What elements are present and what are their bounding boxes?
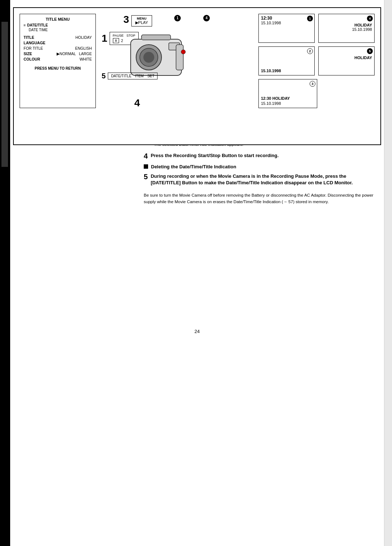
step-5-controls: 5 DATE/TITLE ITEM SET (102, 72, 158, 80)
step-1-label: 1 (102, 33, 107, 44)
left-bar-inner (1, 22, 8, 167)
page-number: 24 (13, 329, 381, 341)
preview-screens-area: 12:30 15.10.1998 1 4 HOLIDAY 15.10.1998 (258, 14, 375, 108)
preview-screen-5: 5 HOLIDAY (318, 46, 375, 75)
right-margin (384, 0, 392, 546)
press-menu-label: PRESS MENU TO RETURN (24, 66, 92, 70)
preview-screen-1: 12:30 15.10.1998 1 (258, 14, 315, 43)
svg-point-7 (181, 50, 185, 54)
menu-row-size: SIZE ▶NORMAL LARGE (24, 52, 92, 56)
title-menu-subtitle: ≡ DATE/TITLE DATE TIME (24, 23, 92, 32)
left-bar (0, 0, 10, 546)
svg-rect-6 (176, 45, 183, 70)
preview-screen-2: 2 15.10.1998 (258, 46, 315, 75)
step-3-label: 3 (123, 14, 129, 25)
footer-note: Be sure to turn the Movie Camera off bef… (144, 192, 377, 205)
title-menu-header: TITLE MENU (24, 17, 92, 21)
title-menu-box: TITLE MENU ≡ DATE/TITLE DATE TIME TITLE … (20, 14, 96, 108)
circle-1-top: 1 (174, 15, 181, 21)
camera-illustration (120, 25, 192, 97)
menu-row-title: TITLE HOLIDAY (24, 35, 92, 40)
preview-screen-4: 4 HOLIDAY 15.10.1998 (318, 14, 375, 43)
menu-row-language: LANGUAGE (24, 41, 92, 45)
step-4: 4 Press the Recording Start/Stop Button … (144, 152, 377, 160)
menu-row-for-title: FOR TITLE ENGLISH (24, 46, 92, 50)
diagram-section: TITLE MENU ≡ DATE/TITLE DATE TIME TITLE … (13, 7, 381, 145)
delete-section-divider: Deleting the Date/Time/Title Indication (144, 164, 377, 169)
black-square-icon (144, 164, 148, 169)
circle-4: 4 (203, 15, 210, 21)
date-title-control: DATE/TITLE ITEM SET (108, 73, 158, 79)
menu-row-colour: COLOUR WHITE (24, 57, 92, 61)
step-5: 5 During recording or when the Movie Cam… (144, 173, 377, 186)
step-4-label: 4 (134, 97, 140, 109)
svg-rect-5 (142, 35, 171, 40)
svg-point-3 (143, 52, 154, 63)
preview-screen-3: 3 12:30 HOLIDAY 15.10.1998 (258, 79, 317, 108)
